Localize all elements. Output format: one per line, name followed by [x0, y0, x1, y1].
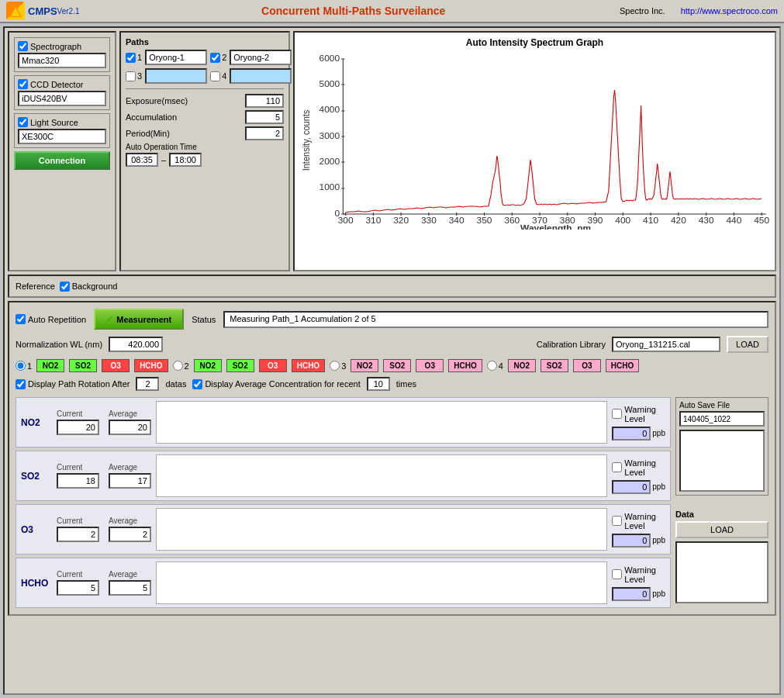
background-checkbox-label[interactable]: Background — [60, 282, 118, 292]
path4-radio[interactable] — [487, 361, 497, 371]
calibration-input[interactable]: Oryong_131215.cal — [612, 337, 720, 352]
so2-warning-checkbox[interactable] — [612, 462, 622, 472]
rotation-value-input[interactable]: 2 — [136, 377, 159, 391]
top-section: Spectrograph Mmac320 CCD Detector iDUS42… — [8, 31, 776, 271]
hcho-warning-checkbox[interactable] — [612, 569, 622, 579]
path3-radio[interactable] — [330, 361, 340, 371]
no2-row: NO2 Current 20 Average 20 WarningLevel — [16, 397, 671, 447]
path4-input[interactable] — [230, 68, 292, 84]
path1-no2-btn[interactable]: NO2 — [36, 359, 64, 372]
spectrograph-input[interactable]: Mmac320 — [18, 53, 106, 68]
connection-button[interactable]: Connection — [14, 151, 110, 170]
path2-checkbox[interactable] — [210, 53, 220, 63]
path3-hcho-btn[interactable]: HCHO — [448, 359, 482, 372]
spectrograph-checkbox[interactable] — [18, 41, 28, 51]
no2-average-input[interactable]: 20 — [109, 420, 151, 435]
path1-hcho-btn[interactable]: HCHO — [134, 359, 168, 372]
no2-warning-label[interactable]: WarningLevel — [612, 405, 656, 423]
period-input[interactable]: 2 — [245, 126, 284, 140]
path2-so2-btn[interactable]: SO2 — [226, 359, 254, 372]
so2-current-input[interactable]: 18 — [57, 473, 99, 489]
o3-average-input[interactable]: 2 — [109, 527, 151, 542]
path2-label[interactable]: 2 — [210, 53, 226, 63]
o3-warning-input[interactable]: 0 — [612, 534, 651, 548]
path1-o3-btn[interactable]: O3 — [102, 359, 130, 372]
website-link[interactable]: http://www.spectroco.com — [681, 6, 778, 16]
path3-input[interactable] — [145, 68, 207, 84]
bottom-section: Auto Repetition ✓ Measurement Status Mea… — [8, 301, 776, 616]
source-checkbox[interactable] — [18, 117, 28, 127]
average-checkbox[interactable] — [192, 379, 202, 389]
path1-so2-btn[interactable]: SO2 — [69, 359, 97, 372]
svg-text:1000: 1000 — [319, 182, 340, 192]
path4-checkbox[interactable] — [210, 71, 220, 81]
hcho-warning-input[interactable]: 0 — [612, 587, 651, 601]
path1-radio-label[interactable]: 1 — [16, 361, 32, 371]
path2-hcho-btn[interactable]: HCHO — [292, 359, 325, 372]
status-label: Status — [192, 315, 216, 324]
o3-warning-label[interactable]: WarningLevel — [612, 512, 656, 530]
path3-so2-btn[interactable]: SO2 — [383, 359, 411, 372]
path3-label[interactable]: 3 — [126, 71, 142, 81]
so2-average-input[interactable]: 17 — [109, 473, 151, 489]
no2-warning-input[interactable]: 0 — [612, 427, 651, 441]
so2-warning-input[interactable]: 0 — [612, 480, 651, 494]
source-checkbox-label[interactable]: Light Source — [18, 117, 106, 127]
detector-checkbox-label[interactable]: CCD Detector — [18, 79, 106, 89]
path1-input[interactable]: Oryong-1 — [145, 50, 207, 65]
spectrograph-checkbox-label[interactable]: Spectrograph — [18, 41, 106, 51]
average-value-input[interactable]: 10 — [367, 377, 390, 391]
path2-no2-btn[interactable]: NO2 — [194, 359, 222, 372]
path1-label[interactable]: 1 — [126, 53, 142, 63]
accumulation-input[interactable]: 5 — [245, 110, 284, 124]
no2-warning-checkbox[interactable] — [612, 409, 622, 419]
time-end-input[interactable]: 18:00 — [169, 153, 202, 167]
autosave-input[interactable]: 140405_1022 — [679, 411, 765, 427]
data-load-button[interactable]: LOAD — [675, 521, 768, 538]
detector-input[interactable]: iDUS420BV — [18, 91, 106, 106]
path2-input[interactable]: Oryong-2 — [230, 50, 292, 65]
average-checkbox-label[interactable]: Display Average Concentration for recent — [192, 379, 360, 389]
path4-label[interactable]: 4 — [210, 71, 226, 81]
path4-o3-btn[interactable]: O3 — [573, 359, 601, 372]
path3-no2-btn[interactable]: NO2 — [351, 359, 378, 372]
autosave-area — [679, 430, 765, 492]
auto-repetition-label[interactable]: Auto Repetition — [16, 314, 86, 324]
svg-text:320: 320 — [393, 216, 409, 225]
path2-radio[interactable] — [173, 361, 183, 371]
auto-repetition-checkbox[interactable] — [16, 314, 26, 324]
so2-warning-label[interactable]: WarningLevel — [612, 458, 656, 477]
path2-radio-label[interactable]: 2 — [173, 361, 189, 371]
path3-checkbox[interactable] — [126, 71, 136, 81]
hcho-warning-label[interactable]: WarningLevel — [612, 565, 656, 584]
path4-so2-btn[interactable]: SO2 — [541, 359, 568, 372]
o3-current-input[interactable]: 2 — [57, 527, 99, 542]
path3-radio-label[interactable]: 3 — [330, 361, 346, 371]
reference-label[interactable]: Reference — [16, 282, 55, 291]
background-checkbox[interactable] — [60, 282, 70, 292]
hcho-current-input[interactable]: 5 — [57, 580, 99, 596]
so2-row: SO2 Current 18 Average 17 WarningLevel — [16, 451, 671, 501]
data-section: Data LOAD — [675, 503, 768, 603]
no2-current-input[interactable]: 20 — [57, 420, 99, 435]
graph-panel: Auto Intensity Spectrum Graph Intensity,… — [293, 31, 776, 271]
source-input[interactable]: XE300C — [18, 129, 106, 144]
hcho-average-input[interactable]: 5 — [109, 580, 151, 596]
path4-hcho-btn[interactable]: HCHO — [606, 359, 639, 372]
measurement-button[interactable]: ✓ Measurement — [94, 309, 184, 330]
rotation-checkbox[interactable] — [16, 379, 26, 389]
normalization-input[interactable]: 420.000 — [109, 337, 163, 352]
exposure-input[interactable]: 110 — [245, 94, 284, 108]
path1-radio[interactable] — [16, 361, 26, 371]
path2-o3-btn[interactable]: O3 — [259, 359, 287, 372]
path1-checkbox[interactable] — [126, 53, 136, 63]
rotation-checkbox-label[interactable]: Display Path Rotation After — [16, 379, 130, 389]
path4-no2-btn[interactable]: NO2 — [508, 359, 536, 372]
detector-checkbox[interactable] — [18, 79, 28, 89]
path3-o3-btn[interactable]: O3 — [416, 359, 444, 372]
o3-warning-checkbox[interactable] — [612, 516, 622, 526]
no2-average-group: Average 20 — [109, 409, 151, 435]
load-calibration-button[interactable]: LOAD — [727, 336, 768, 353]
path4-radio-label[interactable]: 4 — [487, 361, 503, 371]
time-start-input[interactable]: 08:35 — [126, 153, 158, 167]
